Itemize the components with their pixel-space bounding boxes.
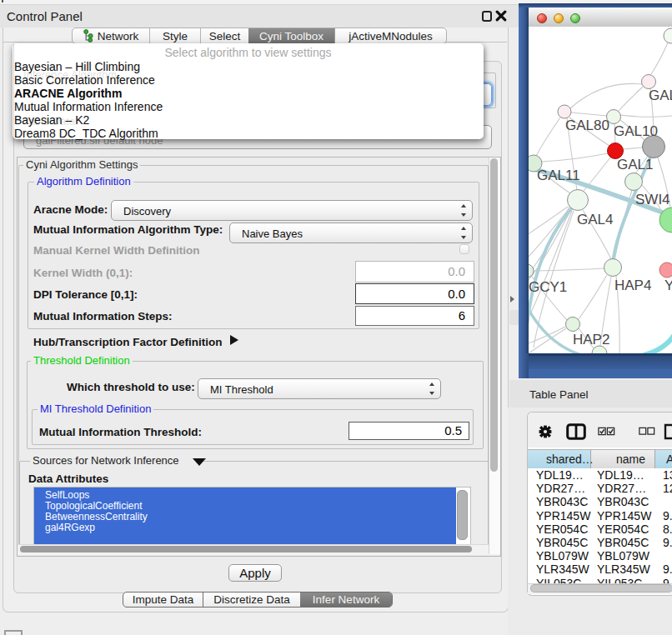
svg-text:HAP4: HAP4 <box>614 278 651 293</box>
svg-text:HAP2: HAP2 <box>573 332 609 348</box>
svg-text:GAL2: GAL2 <box>649 88 672 103</box>
svg-text:GAL4: GAL4 <box>577 212 613 228</box>
svg-text:GCY1: GCY1 <box>529 279 567 295</box>
svg-text:GAL11: GAL11 <box>537 168 580 183</box>
svg-text:GAL80: GAL80 <box>565 118 609 133</box>
svg-text:YE: YE <box>664 278 672 293</box>
svg-text:GAL10: GAL10 <box>614 123 658 139</box>
svg-text:SWI4: SWI4 <box>635 192 670 208</box>
svg-text:GAL1: GAL1 <box>617 157 653 172</box>
